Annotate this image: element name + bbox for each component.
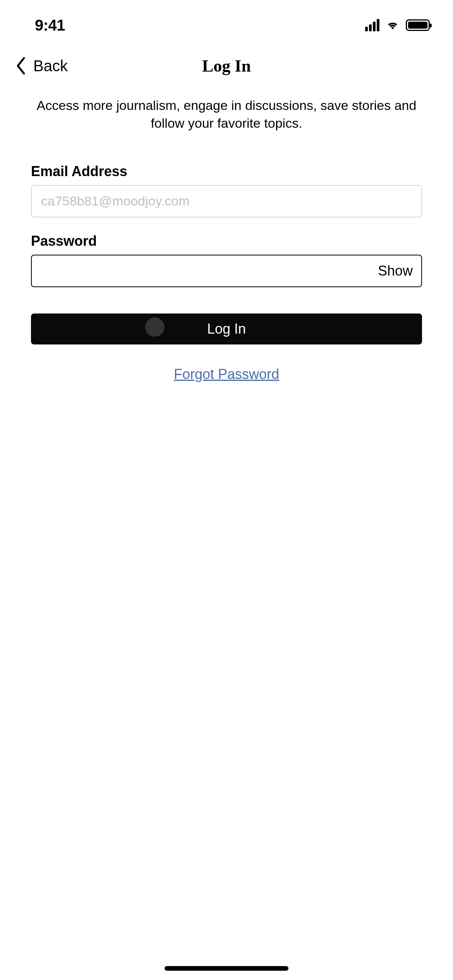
email-group: Email Address xyxy=(31,163,422,218)
back-label: Back xyxy=(33,57,68,75)
password-label: Password xyxy=(31,233,422,249)
password-input[interactable] xyxy=(31,255,422,287)
status-bar: 9:41 xyxy=(0,0,453,43)
back-button[interactable]: Back xyxy=(15,56,68,75)
chevron-left-icon xyxy=(15,56,27,75)
forgot-password-link[interactable]: Forgot Password xyxy=(31,366,422,382)
description-text: Access more journalism, engage in discus… xyxy=(31,97,422,132)
password-group: Password Show xyxy=(31,233,422,287)
page-title: Log In xyxy=(202,56,251,76)
content: Access more journalism, engage in discus… xyxy=(0,89,453,382)
login-button[interactable]: Log In xyxy=(31,314,422,344)
nav-bar: Back Log In xyxy=(0,43,453,89)
wifi-icon xyxy=(385,19,400,31)
home-indicator[interactable] xyxy=(165,966,288,971)
cellular-signal-icon xyxy=(365,19,379,31)
status-icons xyxy=(365,19,430,31)
show-password-button[interactable]: Show xyxy=(378,263,413,279)
email-input[interactable] xyxy=(31,185,422,218)
battery-icon xyxy=(406,19,430,31)
email-label: Email Address xyxy=(31,163,422,180)
status-time: 9:41 xyxy=(35,17,65,34)
